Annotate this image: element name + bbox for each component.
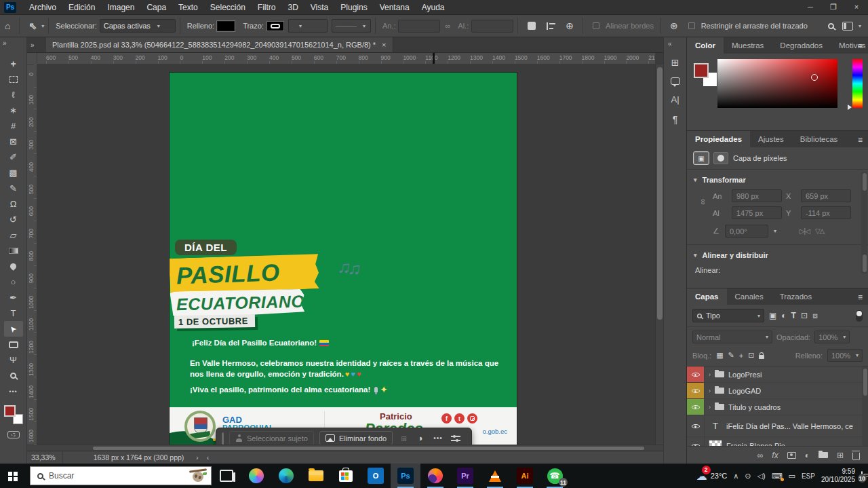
filter-type-icon[interactable]: T: [791, 311, 796, 320]
firefox-icon[interactable]: [420, 464, 450, 488]
path-arrangement-icon[interactable]: ⊕: [561, 20, 578, 31]
layer-row-logogad[interactable]: ›LogoGAD: [687, 383, 868, 399]
tab-bar-chevrons-icon[interactable]: »: [27, 37, 46, 52]
adjustment-layer-icon[interactable]: ◐: [805, 451, 810, 460]
color-tab-color[interactable]: Color: [687, 37, 724, 54]
properties-sliders-icon[interactable]: [451, 434, 460, 442]
vertical-scrollbar[interactable]: [655, 64, 663, 445]
start-button[interactable]: [0, 464, 30, 488]
properties-scrollbar[interactable]: [861, 172, 867, 274]
type-tool[interactable]: T: [4, 305, 23, 321]
explorer-icon[interactable]: [301, 464, 331, 488]
search-icon[interactable]: [828, 23, 834, 29]
path-selection-tool[interactable]: ➤: [4, 321, 23, 337]
color-tab-muestras[interactable]: Muestras: [724, 37, 772, 54]
home-icon[interactable]: ⌂: [0, 20, 15, 31]
layers-scrollbar[interactable]: [862, 367, 868, 446]
move-tool[interactable]: +: [4, 56, 23, 71]
panel-menu-icon[interactable]: ≡: [858, 41, 863, 51]
path-alignment-icon[interactable]: [547, 22, 555, 30]
group-chevron-icon[interactable]: ›: [709, 388, 711, 394]
menu-seleccio-n[interactable]: Selección: [204, 1, 252, 14]
taskbar-search-box[interactable]: Buscar: [30, 466, 212, 485]
healing-brush-tool[interactable]: ▩: [4, 165, 23, 181]
notification-center[interactable]: 10: [861, 472, 863, 480]
align-section-header[interactable]: ▾Alinear y distribuir: [687, 245, 868, 263]
transform-section-header[interactable]: ▾Transformar: [687, 170, 868, 188]
new-layer-icon[interactable]: ⊞: [837, 451, 844, 460]
horizontal-scrollbar[interactable]: [27, 445, 663, 451]
layer-visibility-logogad[interactable]: [687, 383, 705, 398]
layer-visibility-logopresi[interactable]: [687, 367, 705, 382]
props-tab-propiedades[interactable]: Propiedades: [687, 131, 750, 147]
volume-icon[interactable]: ◁): [757, 472, 766, 481]
foreground-swatch[interactable]: [694, 63, 709, 78]
menu-ayuda[interactable]: Ayuda: [416, 1, 451, 14]
menu-imagen[interactable]: Imagen: [101, 1, 140, 14]
tool-preset-caret-icon[interactable]: ▾: [41, 23, 44, 29]
eyedropper-tool[interactable]: ✐: [4, 149, 23, 165]
menu-edicio-n[interactable]: Edición: [62, 1, 101, 14]
outlook-icon[interactable]: O: [361, 464, 391, 488]
filter-shape-icon[interactable]: ⊡: [801, 311, 808, 320]
eraser-tool[interactable]: ▱: [4, 227, 23, 243]
constrain-checkbox[interactable]: [688, 22, 695, 29]
frame-tool[interactable]: ⊠: [4, 134, 23, 149]
canvas-viewport[interactable]: DÍA DEL PASILLO ♫♫ ECUATORIANO 1 DE OCTU…: [37, 64, 655, 445]
toolbar-collapse-icon[interactable]: »: [3, 39, 7, 47]
color-picker-ring[interactable]: [811, 74, 818, 81]
photoshop-icon[interactable]: Ps: [391, 464, 420, 488]
paragraph-panel-icon[interactable]: ¶: [673, 114, 678, 125]
path-operations-icon[interactable]: [528, 22, 536, 30]
panels-expand-icon[interactable]: «: [664, 40, 672, 48]
fill-swatch[interactable]: [217, 21, 235, 31]
pen-display-icon[interactable]: ⌨: [772, 472, 783, 481]
document-tab[interactable]: Plantilla 2025.psd al 33,3% (504664122_5…: [46, 37, 393, 52]
menu-archivo[interactable]: Archivo: [23, 1, 62, 14]
edge-icon[interactable]: [271, 464, 301, 488]
layer-row-titulo-y-cuadros[interactable]: ›Titulo y cuadros: [687, 399, 868, 415]
color-swatches[interactable]: [694, 63, 717, 86]
menu-plugins[interactable]: Plugins: [334, 1, 373, 14]
history-brush-tool[interactable]: ↺: [4, 212, 23, 227]
props-tab-bibliotecas[interactable]: Bibliotecas: [792, 131, 846, 147]
hand-tool[interactable]: Ψ: [4, 352, 23, 368]
layer-row-logopresi[interactable]: ›LogoPresi: [687, 367, 868, 383]
hue-slider-marker[interactable]: [848, 105, 852, 110]
object-selection-tool[interactable]: ∗: [4, 102, 23, 118]
status-next-icon[interactable]: ›: [192, 454, 202, 462]
layer-visibility-ifeliz-di-a-del-pas-valle-hermoso-ce[interactable]: [687, 415, 705, 436]
dodge-tool[interactable]: ○: [4, 274, 23, 290]
move-tool-preset-icon[interactable]: ⇖: [24, 20, 41, 31]
color-swatch-widget[interactable]: [3, 405, 24, 425]
group-chevron-icon[interactable]: ›: [709, 404, 711, 411]
weather-widget[interactable]: ☁ 2 23°C: [696, 470, 728, 483]
layer-effects-icon[interactable]: fx: [772, 451, 778, 460]
brush-tool[interactable]: ✎: [4, 181, 23, 196]
language-indicator[interactable]: ESP: [802, 472, 815, 480]
layer-filter-dropdown[interactable]: Tipo ▾: [692, 309, 764, 322]
close-button[interactable]: ×: [845, 1, 868, 14]
restore-button[interactable]: ❐: [822, 1, 845, 14]
clone-stamp-tool[interactable]: Ω: [4, 196, 23, 212]
workspace-icon[interactable]: [842, 22, 853, 31]
layers-tab-trazados[interactable]: Trazados: [772, 288, 821, 305]
layer-visibility-franja-blanca-pie[interactable]: [687, 437, 705, 446]
color-tab-degradados[interactable]: Degradados: [772, 37, 831, 54]
blur-tool[interactable]: [4, 259, 23, 274]
character-panel-icon[interactable]: A|: [671, 94, 679, 105]
gradient-tool[interactable]: [4, 243, 23, 259]
mask-thumb-icon[interactable]: [713, 152, 728, 164]
premiere-icon[interactable]: Pr: [450, 464, 480, 488]
filter-adjustment-icon[interactable]: ◐: [781, 311, 786, 320]
menu-vista[interactable]: Vista: [304, 1, 334, 14]
menu-ventana[interactable]: Ventana: [374, 1, 416, 14]
taskview-icon[interactable]: [212, 464, 241, 488]
props-tab-ajustes[interactable]: Ajustes: [750, 131, 792, 147]
glyphs-panel-icon[interactable]: ⊞: [671, 57, 679, 68]
layer-row-ifeliz-di-a-del-pas-valle-hermoso-ce[interactable]: TiFeliz Día del Pas... Valle Hermoso, ce: [687, 415, 868, 437]
vlc-icon[interactable]: [480, 464, 510, 488]
lock-pixels-icon[interactable]: ✎: [728, 351, 734, 360]
comments-panel-icon[interactable]: [671, 77, 680, 85]
workspace-caret-icon[interactable]: ▾: [859, 23, 861, 29]
